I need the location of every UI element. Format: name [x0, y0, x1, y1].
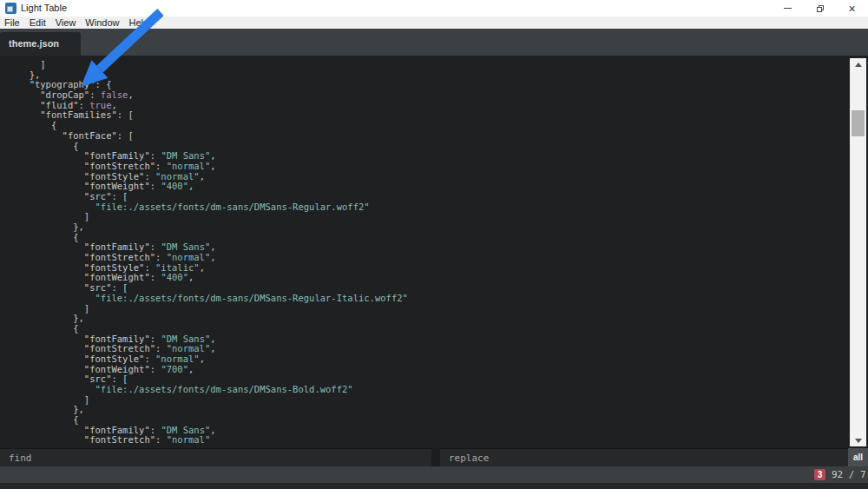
- minimize-icon: [784, 8, 792, 9]
- window-bottom-edge: [0, 483, 868, 489]
- scroll-down-button[interactable]: [850, 434, 866, 446]
- code-line: "fontFace": [: [18, 131, 868, 142]
- scroll-down-icon: [855, 439, 862, 443]
- code-line: "fontFamilies": [: [18, 110, 868, 121]
- close-button[interactable]: ×: [836, 0, 868, 17]
- code-line: "typography": {: [18, 80, 868, 90]
- code-line: ]: [18, 60, 868, 70]
- code-block: ] }, "typography": { "dropCap": false, "…: [0, 56, 868, 446]
- scroll-up-icon: [855, 63, 862, 67]
- code-line: "fontWeight": "400",: [18, 182, 868, 192]
- menu-item-help[interactable]: Help: [128, 17, 155, 29]
- replace-input[interactable]: [440, 448, 848, 466]
- code-line: ]: [18, 395, 868, 406]
- menu-item-file[interactable]: File: [4, 17, 27, 29]
- app-icon: [5, 3, 16, 14]
- code-line: ]: [18, 304, 868, 314]
- code-line: "file:./assets/fonts/dm-sans/DMSans-Bold…: [18, 385, 868, 395]
- menu-item-window[interactable]: Window: [85, 17, 126, 29]
- error-count-badge[interactable]: 3: [814, 469, 825, 480]
- replace-all-button[interactable]: all: [848, 448, 868, 466]
- title-bar: Light Table ×: [0, 0, 868, 17]
- code-line: ]: [18, 212, 868, 222]
- window-title: Light Table: [21, 3, 67, 13]
- code-line: "fontStretch": "normal": [18, 435, 868, 446]
- code-line: },: [18, 222, 868, 233]
- status-bar: 3 92 / 7: [0, 466, 868, 483]
- app-icon-inner: [7, 6, 13, 12]
- find-replace-bar: all: [0, 448, 868, 466]
- code-line: },: [18, 70, 868, 81]
- scroll-up-button[interactable]: [850, 58, 866, 70]
- menu-item-view[interactable]: View: [56, 17, 83, 29]
- cursor-position: 92 / 7: [832, 469, 866, 480]
- tab-theme-json[interactable]: theme.json: [0, 32, 81, 56]
- menu-item-edit[interactable]: Edit: [30, 17, 53, 29]
- code-line: },: [18, 405, 868, 415]
- code-editor[interactable]: ] }, "typography": { "dropCap": false, "…: [0, 56, 868, 448]
- code-line: "dropCap": false,: [18, 90, 868, 101]
- code-line: "file:./assets/fonts/dm-sans/DMSans-Regu…: [18, 294, 868, 304]
- restore-icon: [817, 5, 824, 12]
- find-input[interactable]: [0, 448, 431, 466]
- code-line: {: [18, 121, 868, 131]
- scrollbar[interactable]: [850, 58, 866, 446]
- scrollbar-thumb[interactable]: [852, 110, 865, 136]
- code-line: "fontWeight": "400",: [18, 273, 868, 283]
- code-line: },: [18, 314, 868, 324]
- tab-bar: theme.json: [0, 29, 868, 56]
- window-controls: ×: [772, 0, 868, 17]
- menu-bar: File Edit View Window Help: [0, 17, 868, 29]
- maximize-button[interactable]: [804, 0, 836, 17]
- close-icon: ×: [848, 3, 855, 15]
- minimize-button[interactable]: [772, 0, 804, 17]
- code-line: "fontWeight": "700",: [18, 365, 868, 375]
- code-line: "file:./assets/fonts/dm-sans/DMSans-Regu…: [18, 202, 868, 213]
- code-line: "fluid": true,: [18, 101, 868, 111]
